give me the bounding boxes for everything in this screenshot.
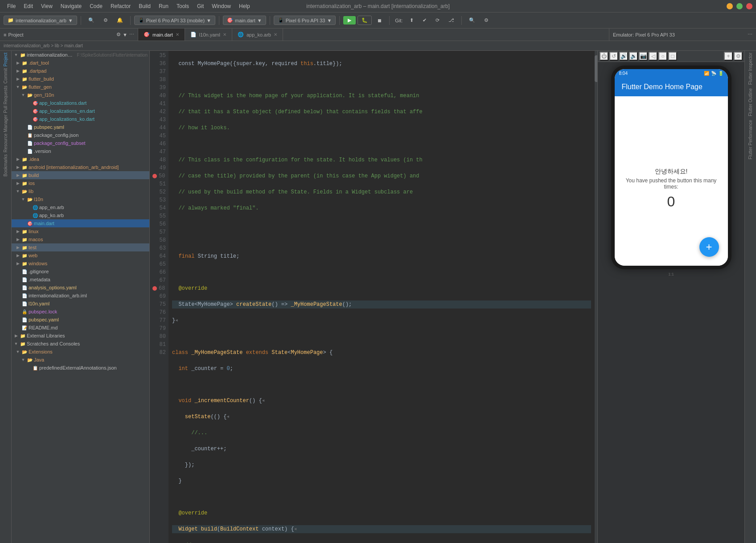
menu-refactor[interactable]: Refactor bbox=[107, 2, 134, 10]
tree-app-localizations-ko[interactable]: 🎯 app_localizations_ko.dart bbox=[12, 115, 149, 123]
emulator-volume-down-btn[interactable]: 🔉 bbox=[629, 52, 638, 61]
tree-root[interactable]: ▼ 📁 internationalization_arb F:\SpikeSol… bbox=[12, 51, 149, 59]
tree-gitignore[interactable]: 📄 .gitignore bbox=[12, 267, 149, 276]
menu-view[interactable]: View bbox=[37, 2, 56, 10]
emulator-rotate-btn[interactable]: ↺ bbox=[609, 52, 618, 61]
tree-iml[interactable]: 📄 internationalization_arb.iml bbox=[12, 292, 149, 300]
tree-ios[interactable]: ▶ 📁 ios bbox=[12, 179, 149, 187]
menu-git[interactable]: Git bbox=[193, 2, 207, 10]
tree-java[interactable]: ▼ 📂 Java bbox=[12, 356, 149, 364]
tree-flutter-gen[interactable]: ▼ 📂 flutter_gen bbox=[12, 83, 149, 91]
sidebar-item-bookmarks[interactable]: Bookmarks bbox=[3, 154, 8, 177]
sidebar-item-flutter-outline[interactable]: Flutter Outline bbox=[748, 88, 753, 116]
project-settings-icon[interactable]: ⚙ bbox=[116, 32, 121, 37]
second-device-selector[interactable]: 📱 Pixel 6 Pro API 33 ▼ bbox=[274, 16, 336, 25]
menu-code[interactable]: Code bbox=[86, 2, 106, 10]
tree-l10n-yaml[interactable]: 📄 l10n.yaml bbox=[12, 300, 149, 308]
tab-close-l10n-yaml[interactable]: ✕ bbox=[223, 32, 226, 37]
breakpoint-68[interactable] bbox=[152, 286, 157, 291]
tree-app-localizations-en[interactable]: 🎯 app_localizations_en.dart bbox=[12, 107, 149, 115]
menu-file[interactable]: File bbox=[4, 2, 19, 10]
tree-app-localizations[interactable]: 🎯 app_localizations.dart bbox=[12, 99, 149, 107]
emulator-recents-btn[interactable]: □ bbox=[668, 52, 677, 61]
tree-package-config-subset[interactable]: 📄 package_config_subset bbox=[12, 139, 149, 147]
git-branch-button[interactable]: ⎇ bbox=[445, 16, 458, 25]
minimize-button[interactable] bbox=[727, 3, 733, 9]
tree-extensions[interactable]: ▼ 📂 Extensions bbox=[12, 348, 149, 356]
settings-button[interactable]: ⚙ bbox=[100, 16, 111, 25]
git-push-button[interactable]: ✔ bbox=[419, 16, 430, 25]
emulator-zoom-in-btn[interactable]: + bbox=[724, 52, 733, 61]
project-options-icon[interactable]: ⋯ bbox=[129, 32, 134, 37]
tree-build[interactable]: ▶ 📁 build bbox=[12, 171, 149, 179]
emulator-back-btn[interactable]: ◁ bbox=[649, 52, 657, 61]
debug-button[interactable]: 🐛 bbox=[357, 16, 372, 25]
gear-button[interactable]: ⚙ bbox=[481, 16, 492, 25]
menu-window[interactable]: Window bbox=[208, 2, 234, 10]
tree-macos[interactable]: ▶ 📁 macos bbox=[12, 235, 149, 243]
tree-metadata[interactable]: 📄 .metadata bbox=[12, 276, 149, 284]
fold-arrow-56[interactable]: ◀ bbox=[262, 397, 264, 405]
sidebar-item-resource-manager[interactable]: Resource Manager bbox=[3, 115, 8, 152]
tree-android[interactable]: ▶ 📁 android [internationalization_arb_an… bbox=[12, 163, 149, 171]
tree-dart-tool[interactable]: ▶ 📁 .dart_tool bbox=[12, 59, 149, 67]
project-collapse-icon[interactable]: ▼ bbox=[123, 32, 127, 37]
tree-analysis-options[interactable]: 📄 analysis_options.yaml bbox=[12, 284, 149, 292]
git-history-button[interactable]: ⟳ bbox=[432, 16, 443, 25]
tree-windows[interactable]: ▶ 📁 windows bbox=[12, 259, 149, 267]
emulator-volume-up-btn[interactable]: 🔊 bbox=[619, 52, 628, 61]
emulator-settings-btn[interactable]: ⚙ bbox=[734, 52, 743, 61]
tree-app-en-arb[interactable]: 🌐 app_en.arb bbox=[12, 203, 149, 211]
search-button[interactable]: 🔍 bbox=[465, 16, 479, 25]
stop-button[interactable]: ⏹ bbox=[374, 16, 386, 25]
emulator-power-btn[interactable]: ⏻ bbox=[600, 52, 608, 61]
code-content[interactable]: const MyHomePage({super.key, required th… bbox=[168, 51, 595, 543]
tree-gen-l10n[interactable]: ▼ 📂 gen_l10n bbox=[12, 91, 149, 99]
menu-navigate[interactable]: Navigate bbox=[57, 2, 85, 10]
tree-idea[interactable]: ▶ 📁 .idea bbox=[12, 155, 149, 163]
breakpoint-50[interactable] bbox=[152, 174, 157, 178]
sidebar-item-commit[interactable]: Commit bbox=[3, 68, 8, 83]
maximize-button[interactable] bbox=[736, 3, 743, 9]
tree-app-ko-arb[interactable]: 🌐 app_ko.arb bbox=[12, 211, 149, 219]
fold-arrow-57[interactable]: ◀ bbox=[226, 413, 229, 421]
tree-flutter-build[interactable]: ▶ 📁 flutter_build bbox=[12, 75, 149, 83]
main-dart-selector[interactable]: 🎯 main.dart ▼ bbox=[223, 16, 266, 25]
tree-l10n[interactable]: ▼ 📂 l10n bbox=[12, 195, 149, 203]
sidebar-item-project[interactable]: Project bbox=[3, 53, 8, 66]
menu-help[interactable]: Help bbox=[235, 2, 254, 10]
search-everywhere-button[interactable]: 🔍 bbox=[85, 16, 98, 25]
code-editor[interactable]: 35 36 37 38 39 40 41 42 43 44 45 46 47 4… bbox=[150, 51, 597, 543]
tree-pubspec-yaml[interactable]: 📄 pubspec.yaml bbox=[12, 316, 149, 324]
tab-app-ko-arb[interactable]: 🌐 app_ko.arb ✕ bbox=[232, 29, 283, 41]
tree-web[interactable]: ▶ 📁 web bbox=[12, 251, 149, 259]
close-button[interactable] bbox=[746, 3, 752, 9]
phone-fab-button[interactable]: + bbox=[699, 237, 719, 257]
tab-main-dart[interactable]: 🎯 main.dart ✕ bbox=[138, 29, 185, 41]
tree-dartpad[interactable]: ▶ 📁 .dartpad bbox=[12, 67, 149, 75]
tab-close-main-dart[interactable]: ✕ bbox=[176, 32, 179, 37]
menu-tools[interactable]: Tools bbox=[173, 2, 193, 10]
emulator-home-btn[interactable]: ○ bbox=[658, 52, 667, 61]
sidebar-item-flutter-performance[interactable]: Flutter Performance bbox=[748, 120, 753, 159]
sidebar-item-flutter-inspector[interactable]: Flutter Inspector bbox=[748, 53, 753, 85]
menu-build[interactable]: Build bbox=[135, 2, 154, 10]
tab-l10n-yaml[interactable]: 📄 l10n.yaml ✕ bbox=[185, 29, 232, 41]
tree-scratches[interactable]: ▼ 📁 Scratches and Consoles bbox=[12, 340, 149, 348]
project-selector[interactable]: 📁 internationalization_arb ▼ bbox=[4, 16, 77, 25]
tree-test[interactable]: ▶ 📁 test bbox=[12, 243, 149, 251]
emulator-screenshot-btn[interactable]: 📷 bbox=[639, 52, 648, 61]
fold-arrow-51[interactable]: ◀ bbox=[175, 317, 177, 325]
tree-main-dart[interactable]: 🎯 main.dart bbox=[12, 219, 149, 227]
tree-pubspec-yaml-gen[interactable]: 📄 pubspec.yaml bbox=[12, 123, 149, 131]
tree-readme[interactable]: 📝 README.md bbox=[12, 324, 149, 332]
emulator-options-icon[interactable]: ⋯ bbox=[748, 32, 752, 37]
tree-linux[interactable]: ▶ 📁 linux bbox=[12, 227, 149, 235]
tree-version[interactable]: 📄 .version bbox=[12, 147, 149, 155]
fold-arrow-68[interactable]: ◀ bbox=[294, 525, 296, 533]
menu-run[interactable]: Run bbox=[155, 2, 172, 10]
git-update-button[interactable]: ⬆ bbox=[406, 16, 417, 25]
tree-external-libs[interactable]: ▶ 📁 External Libraries bbox=[12, 332, 149, 340]
tab-close-app-ko-arb[interactable]: ✕ bbox=[274, 32, 277, 37]
sidebar-item-pull-requests[interactable]: Pull Requests bbox=[3, 86, 8, 113]
